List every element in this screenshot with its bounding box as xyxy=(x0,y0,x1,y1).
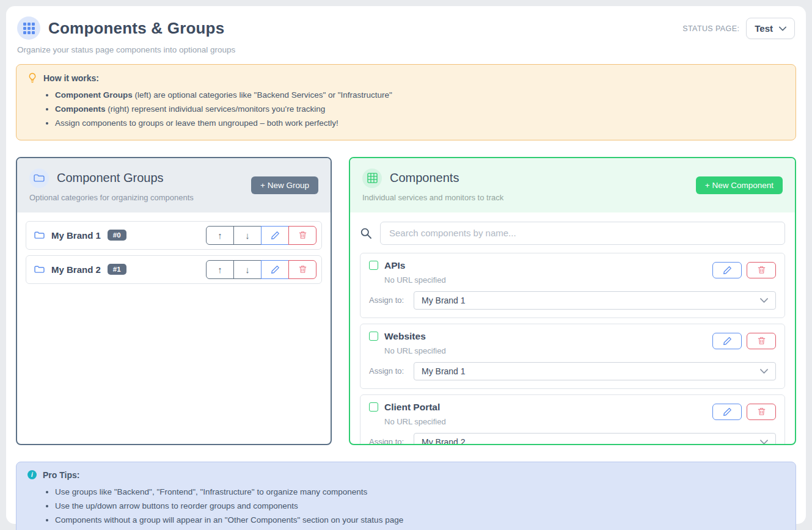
groups-list: My Brand 1 #0 ↑ ↓ xyxy=(17,212,331,298)
component-groups-subtitle: Optional categories for organizing compo… xyxy=(29,193,194,202)
page-title: Components & Groups xyxy=(48,19,224,38)
component-card: APIs No URL specified xyxy=(360,253,785,318)
component-checkbox[interactable] xyxy=(369,402,378,412)
page-header: Components & Groups Organize your status… xyxy=(16,16,796,54)
group-actions: ↑ ↓ xyxy=(206,226,316,245)
component-groups-title: Component Groups xyxy=(57,171,164,185)
component-name: Websites xyxy=(384,331,426,342)
component-name: Client Portal xyxy=(384,402,440,413)
components-list: APIs No URL specified xyxy=(350,212,795,445)
chevron-down-icon xyxy=(760,440,768,445)
assign-to-label: Assign to: xyxy=(369,366,414,376)
search-components-input[interactable] xyxy=(380,222,785,245)
assigned-group-value: My Brand 1 xyxy=(422,296,466,305)
how-it-works-title: How it works: xyxy=(43,73,99,83)
component-checkbox[interactable] xyxy=(369,261,378,270)
move-down-button[interactable]: ↓ xyxy=(233,226,262,245)
delete-group-button[interactable] xyxy=(288,226,316,245)
move-up-button[interactable]: ↑ xyxy=(206,260,234,279)
pencil-icon xyxy=(723,336,732,346)
trash-icon xyxy=(299,231,307,239)
folder-icon xyxy=(29,169,49,188)
edit-group-button[interactable] xyxy=(261,260,289,279)
search-icon xyxy=(360,227,372,239)
component-checkbox[interactable] xyxy=(369,332,378,341)
folder-icon xyxy=(34,231,45,239)
status-page-label: STATUS PAGE: xyxy=(682,24,739,33)
component-search xyxy=(360,222,785,245)
header-left: Components & Groups Organize your status… xyxy=(17,16,235,54)
assigned-group-value: My Brand 2 xyxy=(422,437,466,445)
delete-component-button[interactable] xyxy=(747,333,776,349)
pro-tips-item: Components without a group will appear i… xyxy=(55,513,785,527)
component-url-status: No URL specified xyxy=(384,346,446,355)
assign-group-select[interactable]: My Brand 1 xyxy=(414,291,776,310)
assign-to-label: Assign to: xyxy=(369,296,414,305)
status-page-select[interactable]: Test xyxy=(746,18,795,39)
assigned-group-value: My Brand 1 xyxy=(422,366,466,376)
pro-tips-list: Use groups like "Backend", "Frontend", "… xyxy=(55,485,785,528)
component-actions xyxy=(712,404,776,420)
group-name: My Brand 2 xyxy=(51,264,101,275)
move-up-button[interactable]: ↑ xyxy=(206,226,234,245)
pencil-icon xyxy=(271,231,280,240)
delete-group-button[interactable] xyxy=(288,260,316,279)
component-actions xyxy=(712,262,776,278)
assign-to-label: Assign to: xyxy=(369,437,414,445)
components-subtitle: Individual services and monitors to trac… xyxy=(362,193,503,202)
move-down-button[interactable]: ↓ xyxy=(233,260,262,279)
page-card: Components & Groups Organize your status… xyxy=(6,6,806,524)
lightbulb-icon xyxy=(27,73,37,83)
edit-group-button[interactable] xyxy=(261,226,289,245)
status-page-value: Test xyxy=(755,23,773,34)
edit-component-button[interactable] xyxy=(712,404,742,420)
trash-icon xyxy=(758,407,766,416)
folder-icon xyxy=(34,265,45,274)
chevron-down-icon xyxy=(779,26,786,31)
component-groups-header: Component Groups Optional categories for… xyxy=(17,158,331,212)
trash-icon xyxy=(758,266,766,274)
component-card: Client Portal No URL specified xyxy=(360,394,785,445)
components-panel: Components Individual services and monit… xyxy=(349,157,796,445)
edit-component-button[interactable] xyxy=(712,262,742,278)
new-component-button[interactable]: + New Component xyxy=(696,176,783,194)
components-header: Components Individual services and monit… xyxy=(350,158,795,212)
component-actions xyxy=(712,333,776,349)
group-row: My Brand 1 #0 ↑ ↓ xyxy=(26,221,322,250)
pencil-icon xyxy=(723,407,732,416)
trash-icon xyxy=(758,336,766,345)
component-card: Websites No URL specified xyxy=(360,324,785,389)
new-group-button[interactable]: + New Group xyxy=(251,176,318,194)
trash-icon xyxy=(299,265,307,274)
panels-row: Component Groups Optional categories for… xyxy=(16,157,796,445)
delete-component-button[interactable] xyxy=(747,404,776,420)
group-order-badge: #0 xyxy=(108,230,126,241)
status-page-selector: STATUS PAGE: Test xyxy=(682,18,795,39)
assign-group-select[interactable]: My Brand 2 xyxy=(414,433,776,445)
pencil-icon xyxy=(723,266,732,275)
group-name: My Brand 1 xyxy=(51,230,101,241)
components-title: Components xyxy=(390,171,459,185)
edit-component-button[interactable] xyxy=(712,333,742,349)
how-it-works-item: Component Groups (left) are optional cat… xyxy=(55,88,785,102)
assign-group-select[interactable]: My Brand 1 xyxy=(414,362,776,380)
component-name: APIs xyxy=(384,260,405,271)
delete-component-button[interactable] xyxy=(747,262,776,278)
pro-tips-item: Use the up/down arrow buttons to reorder… xyxy=(55,499,785,513)
info-icon: i xyxy=(27,470,37,479)
pro-tips-title: Pro Tips: xyxy=(43,470,79,480)
component-groups-panel: Component Groups Optional categories for… xyxy=(16,157,332,445)
pencil-icon xyxy=(271,265,280,274)
group-actions: ↑ ↓ xyxy=(206,260,316,279)
components-grid-icon xyxy=(17,16,40,40)
table-grid-icon xyxy=(362,169,382,188)
page-subtitle: Organize your status page components int… xyxy=(17,45,235,54)
component-url-status: No URL specified xyxy=(384,275,446,285)
how-it-works-list: Component Groups (left) are optional cat… xyxy=(55,88,785,131)
component-url-status: No URL specified xyxy=(384,417,446,426)
pro-tips-box: i Pro Tips: Use groups like "Backend", "… xyxy=(16,462,796,530)
pro-tips-item: Use groups like "Backend", "Frontend", "… xyxy=(55,485,785,499)
chevron-down-icon xyxy=(760,369,768,374)
group-order-badge: #1 xyxy=(108,264,126,275)
chevron-down-icon xyxy=(760,298,768,303)
